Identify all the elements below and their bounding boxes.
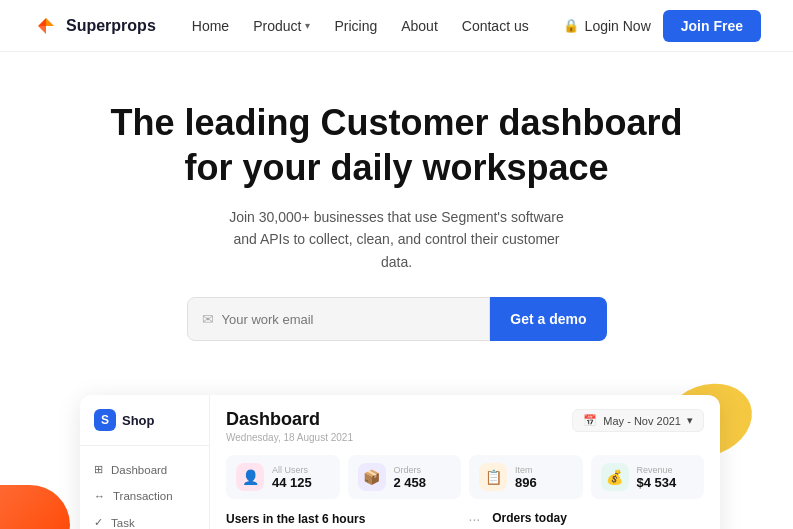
blob-orange [0,485,70,529]
stat-all-users: 👤 All Users 44 125 [226,455,340,499]
sidebar-item-dashboard[interactable]: ⊞ Dashboard [80,456,209,483]
orders-title: Orders today [492,511,704,525]
bottom-row: Users in the last 6 hours ··· Orders tod… [226,511,704,529]
users-chart-section: Users in the last 6 hours ··· [226,511,480,529]
sidebar-item-transaction[interactable]: ↔ Transaction [80,483,209,509]
preview-area: S Shop ⊞ Dashboard ↔ Transaction ✓ Task … [0,385,793,529]
shop-logo: S Shop [80,409,209,446]
shop-name: Shop [122,413,155,428]
transaction-icon: ↔ [94,490,105,502]
users-icon: 👤 [236,463,264,491]
task-icon: ✓ [94,516,103,529]
dashboard-main: Dashboard Wednesday, 18 August 2021 📅 Ma… [210,395,720,529]
email-input-wrap[interactable]: ✉ [187,297,491,341]
envelope-icon: ✉ [202,311,214,327]
grid-icon: ⊞ [94,463,103,476]
sidebar-item-task[interactable]: ✓ Task [80,509,209,529]
orders-today-section: Orders today Skateboard Items: 14 +$290 … [492,511,704,529]
nav-home[interactable]: Home [192,18,229,34]
nav-product[interactable]: Product ▾ [253,18,310,34]
dashboard-sidebar: S Shop ⊞ Dashboard ↔ Transaction ✓ Task … [80,395,210,529]
more-options-icon[interactable]: ··· [469,511,481,527]
nav-pricing[interactable]: Pricing [334,18,377,34]
hero-section: The leading Customer dashboard for your … [0,52,793,365]
shop-icon: S [94,409,116,431]
nav-links: Home Product ▾ Pricing About Contact us [192,18,563,34]
stats-row: 👤 All Users 44 125 📦 Orders 2 458 📋 [226,455,704,499]
login-button[interactable]: 🔒 Login Now [563,18,651,34]
cta-row: ✉ Get a demo [187,297,607,341]
stat-items: 📋 Item 896 [469,455,583,499]
join-button[interactable]: Join Free [663,10,761,42]
items-icon: 📋 [479,463,507,491]
logo[interactable]: Superprops [32,12,156,40]
dashboard-title: Dashboard [226,409,353,430]
stat-orders: 📦 Orders 2 458 [348,455,462,499]
users-section-title: Users in the last 6 hours [226,512,365,526]
nav-actions: 🔒 Login Now Join Free [563,10,761,42]
email-input[interactable] [222,312,476,327]
demo-button[interactable]: Get a demo [490,297,606,341]
logo-icon [32,12,60,40]
navbar: Superprops Home Product ▾ Pricing About … [0,0,793,52]
nav-contact[interactable]: Contact us [462,18,529,34]
nav-about[interactable]: About [401,18,438,34]
stat-revenue: 💰 Revenue $4 534 [591,455,705,499]
hero-subtext: Join 30,000+ businesses that use Segment… [227,206,567,273]
chevron-down-icon: ▾ [305,20,310,31]
revenue-icon: 💰 [601,463,629,491]
dashboard-header: Dashboard Wednesday, 18 August 2021 📅 Ma… [226,409,704,443]
chevron-down-icon: ▾ [687,414,693,427]
lock-icon: 🔒 [563,18,579,33]
date-filter[interactable]: 📅 May - Nov 2021 ▾ [572,409,704,432]
orders-icon: 📦 [358,463,386,491]
dashboard-card: S Shop ⊞ Dashboard ↔ Transaction ✓ Task … [80,395,720,529]
calendar-icon: 📅 [583,414,597,427]
hero-headline: The leading Customer dashboard for your … [107,100,687,190]
dashboard-title-area: Dashboard Wednesday, 18 August 2021 [226,409,353,443]
logo-text: Superprops [66,17,156,35]
dashboard-date: Wednesday, 18 August 2021 [226,432,353,443]
